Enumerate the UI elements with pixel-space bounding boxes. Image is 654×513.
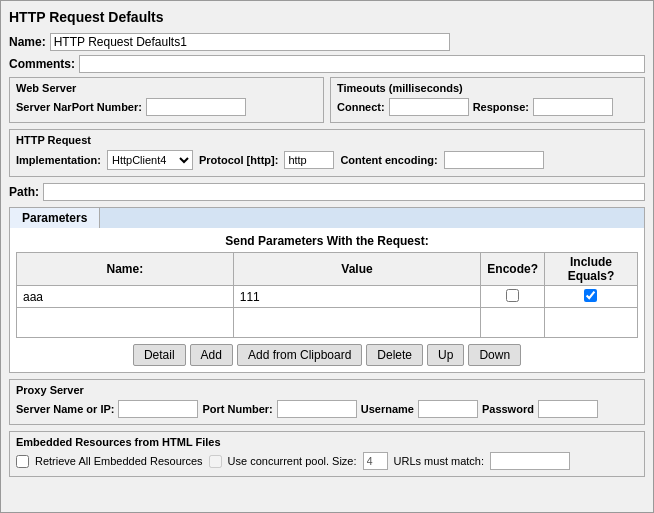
empty-name (17, 308, 234, 338)
main-window: HTTP Request Defaults Name: Comments: We… (0, 0, 654, 513)
concurrent-size-input[interactable] (363, 452, 388, 470)
encode-checkbox[interactable] (506, 289, 519, 302)
name-label: Name: (9, 35, 46, 49)
name-input[interactable] (50, 33, 450, 51)
path-label: Path: (9, 185, 39, 199)
proxy-password-input[interactable] (538, 400, 598, 418)
content-encoding-input[interactable] (444, 151, 544, 169)
web-timeouts-row: Web Server Server NarPort Number: Timeou… (9, 77, 645, 123)
tab-header: Parameters (10, 208, 644, 228)
protocol-input[interactable] (284, 151, 334, 169)
web-server-row: Server NarPort Number: (16, 98, 317, 116)
proxy-row: Server Name or IP: Port Number: Username… (16, 400, 638, 418)
implementation-select[interactable]: HttpClient4 Java HttpClient3.1 (107, 150, 193, 170)
comments-label: Comments: (9, 57, 75, 71)
empty-encode (481, 308, 545, 338)
urls-label: URLs must match: (394, 455, 484, 467)
proxy-server-title: Proxy Server (16, 384, 638, 396)
param-value-cell: 111 (233, 286, 481, 308)
web-server-group: Web Server Server NarPort Number: (9, 77, 324, 123)
table-row: aaa 111 (17, 286, 638, 308)
retrieve-label: Retrieve All Embedded Resources (35, 455, 203, 467)
parameters-tab-container: Parameters Send Parameters With the Requ… (9, 207, 645, 373)
comments-row: Comments: (9, 55, 645, 73)
action-buttons: Detail Add Add from Clipboard Delete Up … (16, 344, 638, 366)
proxy-port-label: Port Number: (202, 403, 272, 415)
http-request-group: HTTP Request Implementation: HttpClient4… (9, 129, 645, 177)
http-request-title: HTTP Request (16, 134, 638, 146)
include-equals-checkbox[interactable] (584, 289, 597, 302)
name-row: Name: (9, 33, 645, 51)
implementation-select-wrapper: HttpClient4 Java HttpClient3.1 (107, 150, 193, 170)
timeouts-group: Timeouts (milliseconds) Connect: Respons… (330, 77, 645, 123)
protocol-label: Protocol [http]: (199, 154, 278, 166)
embedded-resources-group: Embedded Resources from HTML Files Retri… (9, 431, 645, 477)
proxy-server-label: Server Name or IP: (16, 403, 114, 415)
http-request-row: Implementation: HttpClient4 Java HttpCli… (16, 150, 638, 170)
embedded-row: Retrieve All Embedded Resources Use conc… (16, 452, 638, 470)
proxy-port-input[interactable] (277, 400, 357, 418)
table-empty-row (17, 308, 638, 338)
proxy-password-label: Password (482, 403, 534, 415)
response-label: Response: (473, 101, 529, 113)
connect-label: Connect: (337, 101, 385, 113)
timeouts-row: Connect: Response: (337, 98, 638, 116)
path-input[interactable] (43, 183, 645, 201)
params-table: Name: Value Encode? Include Equals? aaa … (16, 252, 638, 338)
proxy-username-label: Username (361, 403, 414, 415)
page-title: HTTP Request Defaults (9, 9, 645, 25)
col-name: Name: (17, 253, 234, 286)
col-include: Include Equals? (544, 253, 637, 286)
add-button[interactable]: Add (190, 344, 233, 366)
embedded-resources-title: Embedded Resources from HTML Files (16, 436, 638, 448)
proxy-server-group: Proxy Server Server Name or IP: Port Num… (9, 379, 645, 425)
param-encode-cell (481, 286, 545, 308)
empty-value (233, 308, 481, 338)
implementation-label: Implementation: (16, 154, 101, 166)
retrieve-checkbox[interactable] (16, 455, 29, 468)
up-button[interactable]: Up (427, 344, 464, 366)
comments-input[interactable] (79, 55, 645, 73)
urls-input[interactable] (490, 452, 570, 470)
path-row: Path: (9, 183, 645, 201)
response-input[interactable] (533, 98, 613, 116)
tab-content: Send Parameters With the Request: Name: … (10, 228, 644, 372)
down-button[interactable]: Down (468, 344, 521, 366)
concurrent-label: Use concurrent pool. Size: (228, 455, 357, 467)
proxy-username-input[interactable] (418, 400, 478, 418)
param-include-cell (544, 286, 637, 308)
server-name-label: Server NarPort Number: (16, 101, 142, 113)
empty-include (544, 308, 637, 338)
tab-parameters[interactable]: Parameters (10, 208, 100, 228)
timeouts-title: Timeouts (milliseconds) (337, 82, 638, 94)
content-encoding-label: Content encoding: (340, 154, 437, 166)
param-name-cell: aaa (17, 286, 234, 308)
proxy-server-input[interactable] (118, 400, 198, 418)
add-from-clipboard-button[interactable]: Add from Clipboard (237, 344, 362, 366)
params-header: Send Parameters With the Request: (16, 234, 638, 248)
server-name-input[interactable] (146, 98, 246, 116)
detail-button[interactable]: Detail (133, 344, 186, 366)
col-value: Value (233, 253, 481, 286)
concurrent-checkbox[interactable] (209, 455, 222, 468)
delete-button[interactable]: Delete (366, 344, 423, 366)
web-server-title: Web Server (16, 82, 317, 94)
connect-input[interactable] (389, 98, 469, 116)
col-encode: Encode? (481, 253, 545, 286)
